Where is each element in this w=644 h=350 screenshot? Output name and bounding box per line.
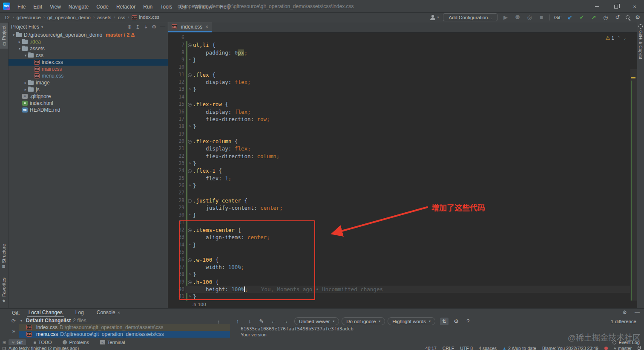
fold-marker-icon[interactable]: ⌃: [187, 293, 192, 301]
code-line-29[interactable]: 29 justify-content: center;: [168, 204, 637, 211]
sync-status[interactable]: ▲ 2 Δ/up-to-date: [503, 346, 536, 350]
fold-marker-icon[interactable]: ⌃: [187, 123, 192, 130]
inspection-widget[interactable]: ⚠ 1 ⌃ ⌃: [606, 35, 627, 41]
project-view-selector[interactable]: Project Files: [11, 24, 39, 30]
tree-item--gitignore[interactable]: G.gitignore: [9, 93, 168, 100]
fold-marker-icon[interactable]: [187, 167, 192, 174]
code-line-34[interactable]: 34⌃}: [168, 241, 637, 249]
code-line-31[interactable]: 31: [168, 219, 637, 226]
tree-item-index-html[interactable]: Hindex.html: [9, 100, 168, 107]
fold-marker-icon[interactable]: [187, 278, 192, 286]
code-line-26[interactable]: 26⌃}: [168, 182, 637, 189]
next-difference-icon[interactable]: →: [281, 318, 290, 324]
expand-all-icon[interactable]: ↥: [135, 24, 140, 30]
status-item-crlf[interactable]: CRLF: [443, 346, 454, 350]
fold-marker-icon[interactable]: ⌃: [187, 182, 192, 190]
tree-item-menu-css[interactable]: CSSmenu.css: [9, 72, 168, 79]
refresh-icon[interactable]: ⟳: [12, 318, 16, 324]
jump-to-source-icon[interactable]: ✎: [257, 318, 266, 324]
changelist-header[interactable]: ▾ Default Changelist 2 files: [19, 317, 230, 324]
code-line-28[interactable]: 28.justify-center {: [168, 197, 637, 204]
tool-tab-favorites[interactable]: ★Favorites: [0, 275, 8, 306]
lock-icon[interactable]: [638, 347, 641, 350]
fold-marker-icon[interactable]: [187, 41, 192, 49]
coverage-button[interactable]: ◎: [526, 14, 533, 20]
fold-marker-icon[interactable]: ⌃: [187, 241, 192, 249]
close-button[interactable]: ×: [625, 0, 644, 13]
debug-button[interactable]: ⚉: [514, 14, 521, 20]
fold-marker-icon[interactable]: ⌃: [187, 160, 192, 168]
panel-settings-icon[interactable]: ⚙: [152, 24, 156, 30]
expand-toolbar-icon[interactable]: »: [12, 328, 15, 334]
editor-breadcrumb[interactable]: .h-100: [168, 301, 637, 308]
maximize-button[interactable]: [607, 0, 625, 13]
code-line-19[interactable]: 19: [168, 130, 637, 138]
menu-file[interactable]: File: [14, 4, 29, 10]
code-line-39[interactable]: 39.h-100 {: [168, 278, 637, 286]
collapse-unchanged-icon[interactable]: ⇅: [440, 318, 448, 325]
fold-marker-icon[interactable]: [187, 226, 192, 234]
close-tab-icon[interactable]: ×: [205, 24, 208, 30]
breadcrumb-item-index-css[interactable]: CSSindex.css: [131, 14, 160, 20]
close-tab-icon[interactable]: ×: [116, 310, 120, 315]
code-line-8[interactable]: 8 padding: 0px;: [168, 49, 637, 56]
next-problem-icon[interactable]: ⌃: [623, 36, 627, 40]
code-line-38[interactable]: 38⌃}: [168, 271, 637, 278]
next-change-icon[interactable]: ↓: [245, 318, 254, 324]
tool-button-problems[interactable]: !Problems: [59, 339, 92, 345]
previous-difference-icon[interactable]: ←: [269, 318, 278, 324]
diff-settings-icon[interactable]: ⚙: [452, 318, 460, 324]
tree-item-d--gitresource-git-operation-demo[interactable]: ▾D:\gitresource\git_operation_demomaster…: [9, 32, 168, 38]
chevron-collapsed-icon[interactable]: ▸: [23, 81, 28, 85]
code-line-27[interactable]: 27: [168, 189, 637, 197]
breadcrumb-item-git-operation-demo[interactable]: git_operation_demo: [46, 15, 92, 20]
fold-marker-icon[interactable]: [187, 101, 192, 108]
dropdown-highlight-words[interactable]: Highlight words▾: [388, 317, 435, 325]
tree-item-css[interactable]: ▾css: [9, 52, 168, 59]
chevron-expanded-icon[interactable]: ▾: [17, 46, 22, 51]
code-line-13[interactable]: 13⌃}: [168, 86, 637, 93]
tool-button-todo[interactable]: ≡TODO: [30, 339, 55, 345]
menu-tools[interactable]: Tools: [156, 4, 176, 10]
chevron-collapsed-icon[interactable]: ▸: [23, 87, 28, 92]
code-line-9[interactable]: 9⌃}: [168, 56, 637, 64]
chevron-expanded-icon[interactable]: ▾: [23, 53, 28, 58]
chevron-expanded-icon[interactable]: ▾: [11, 33, 16, 37]
code-line-36[interactable]: 36.w-100 {: [168, 256, 637, 263]
status-item-4-spaces[interactable]: 4 spaces: [479, 346, 497, 350]
code-line-33[interactable]: 33 align-items: center;: [168, 234, 637, 241]
stop-button[interactable]: ■: [538, 14, 545, 20]
fold-marker-icon[interactable]: [187, 197, 192, 204]
git-tab-log[interactable]: Log: [74, 309, 86, 317]
code-line-40[interactable]: 40 height: 100%;You, Moments ago • Uncom…: [168, 286, 637, 293]
code-line-35[interactable]: 35: [168, 249, 637, 256]
git-commit-button[interactable]: ✓: [578, 14, 586, 20]
code-line-17[interactable]: 17 flex-direction: row;: [168, 116, 637, 123]
chevron-collapsed-icon[interactable]: ▸: [17, 40, 22, 44]
branch-widget[interactable]: ⑂ master: [614, 346, 632, 350]
code-line-10[interactable]: 10: [168, 64, 637, 71]
code-line-23[interactable]: 23⌃}: [168, 160, 637, 167]
fold-marker-icon[interactable]: ⌃: [187, 211, 192, 219]
scroll-to-top-icon[interactable]: ↑: [217, 319, 220, 325]
code-line-7[interactable]: 7ul,li {: [168, 41, 637, 49]
tool-tab-github-copilot[interactable]: GitHub Copilot: [637, 22, 644, 61]
fold-marker-icon[interactable]: [187, 138, 192, 145]
code-line-21[interactable]: 21 display: flex;: [168, 145, 637, 152]
breadcrumb-item-gitresource[interactable]: gitresource: [16, 15, 42, 20]
tree-item-index-css[interactable]: CSSindex.css: [9, 59, 168, 66]
menu-navigate[interactable]: Navigate: [65, 4, 92, 10]
code-line-30[interactable]: 30⌃}: [168, 211, 637, 219]
tool-tab-project[interactable]: 🗀 Project: [0, 23, 8, 49]
code-line-14[interactable]: 14: [168, 93, 637, 101]
code-line-16[interactable]: 16 display: flex;: [168, 108, 637, 116]
breadcrumb-item-assets[interactable]: assets: [96, 15, 112, 20]
menu-view[interactable]: View: [46, 4, 65, 10]
prev-problem-icon[interactable]: ⌃: [617, 36, 621, 40]
tree-item-assets[interactable]: ▾assets: [9, 45, 168, 52]
code-line-18[interactable]: 18⌃}: [168, 123, 637, 130]
fold-marker-icon[interactable]: [187, 71, 192, 78]
tool-tab-structure[interactable]: ≣Structure: [0, 241, 8, 271]
git-tab-console[interactable]: Console ×: [95, 309, 122, 317]
code-line-41[interactable]: 41⌃}: [168, 293, 637, 300]
